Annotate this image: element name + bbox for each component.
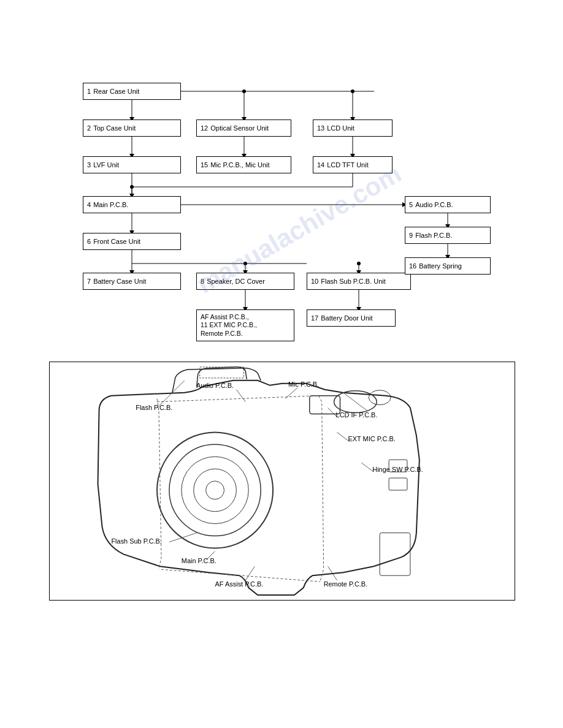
svg-point-5 <box>242 89 246 93</box>
svg-text:Hinge SW P.C.B.: Hinge SW P.C.B. <box>372 466 423 473</box>
svg-text:Main P.C.B.: Main P.C.B. <box>182 557 216 564</box>
box-label-17: Battery Door Unit <box>321 314 372 322</box>
box-num-17: 17 <box>311 314 318 322</box>
box-num-3: 3 <box>87 161 91 169</box>
svg-point-45 <box>157 432 273 548</box>
svg-line-67 <box>337 432 350 441</box>
box-label-6: Front Case Unit <box>93 238 140 245</box>
box-num-12: 12 <box>201 124 208 132</box>
flow-box-16: 16Battery Spring <box>405 257 491 275</box>
svg-point-20 <box>130 185 134 189</box>
flow-box-9: 9Flash P.C.B. <box>405 227 491 244</box>
flow-box-14: 14LCD TFT Unit <box>313 156 393 173</box>
box-label-9: Flash P.C.B. <box>415 232 452 239</box>
flow-diagram: 1Rear Case Unit2Top Case Unit3LVF Unit4M… <box>49 55 527 319</box>
flow-box-10: 10Flash Sub P.C.B. Unit <box>307 273 411 290</box>
box-label-8: Speaker, DC Cover <box>207 278 265 285</box>
flow-box-2: 2Top Case Unit <box>83 119 181 137</box>
flow-box-17: 17Battery Door Unit <box>307 309 396 327</box>
svg-line-69 <box>361 463 373 472</box>
camera-svg: Audio P.C.B. Flash P.C.B. Mic P.C.B. LCD… <box>50 362 515 600</box>
box-label-5: Audio P.C.B. <box>415 201 453 208</box>
svg-point-39 <box>357 262 361 265</box>
svg-point-46 <box>169 444 261 536</box>
box-label-11: AF Assist P.C.B.,11 EXT MIC P.C.B.,Remot… <box>201 313 257 338</box>
box-label-4: Main P.C.B. <box>93 201 128 208</box>
svg-text:Audio P.C.B.: Audio P.C.B. <box>196 382 234 389</box>
svg-text:LCD IF P.C.B.: LCD IF P.C.B. <box>336 411 378 419</box>
flow-box-1: 1Rear Case Unit <box>83 83 181 100</box>
flow-box-6: 6Front Case Unit <box>83 233 181 250</box>
svg-line-71 <box>169 533 197 542</box>
box-num-6: 6 <box>87 238 91 245</box>
svg-line-52 <box>343 393 367 411</box>
box-num-14: 14 <box>317 161 324 169</box>
camera-diagram: Audio P.C.B. Flash P.C.B. Mic P.C.B. LCD… <box>49 362 515 601</box>
svg-line-54 <box>157 396 319 402</box>
svg-text:Flash P.C.B.: Flash P.C.B. <box>136 404 172 411</box>
svg-point-8 <box>351 89 354 93</box>
flow-box-3: 3LVF Unit <box>83 156 181 173</box>
svg-rect-58 <box>389 478 407 490</box>
box-label-1: Rear Case Unit <box>93 88 139 95</box>
flow-box-11: AF Assist P.C.B.,11 EXT MIC P.C.B.,Remot… <box>196 309 294 341</box>
box-num-8: 8 <box>201 278 204 285</box>
box-num-2: 2 <box>87 124 91 132</box>
svg-point-49 <box>206 481 224 499</box>
flow-box-4: 4Main P.C.B. <box>83 196 181 213</box>
svg-text:Flash Sub P.C.B.: Flash Sub P.C.B. <box>111 537 161 545</box>
flow-box-15: 15Mic P.C.B., Mic Unit <box>196 156 291 173</box>
svg-point-51 <box>369 390 391 405</box>
box-label-12: Optical Sensor Unit <box>210 124 269 132</box>
svg-point-36 <box>243 262 247 265</box>
flow-box-12: 12Optical Sensor Unit <box>196 119 291 137</box>
box-num-7: 7 <box>87 278 91 285</box>
box-num-15: 15 <box>201 161 208 169</box>
svg-line-75 <box>245 566 255 580</box>
svg-line-63 <box>285 388 297 399</box>
box-num-5: 5 <box>409 201 413 208</box>
flow-box-8: 8Speaker, DC Cover <box>196 273 294 290</box>
box-label-16: Battery Spring <box>419 262 462 270</box>
flow-box-5: 5Audio P.C.B. <box>405 196 491 213</box>
box-label-3: LVF Unit <box>93 161 119 169</box>
svg-text:EXT MIC P.C.B.: EXT MIC P.C.B. <box>348 435 395 442</box>
box-num-9: 9 <box>409 232 413 239</box>
box-num-10: 10 <box>311 278 318 285</box>
box-num-4: 4 <box>87 201 91 208</box>
box-label-7: Battery Case Unit <box>93 278 146 285</box>
svg-text:Remote P.C.B.: Remote P.C.B. <box>324 580 368 588</box>
svg-point-47 <box>182 457 248 523</box>
svg-line-59 <box>236 390 245 402</box>
box-label-14: LCD TFT Unit <box>327 161 368 169</box>
flow-box-7: 7Battery Case Unit <box>83 273 181 290</box>
svg-text:AF Assist P.C.B.: AF Assist P.C.B. <box>215 580 264 588</box>
box-label-10: Flash Sub P.C.B. Unit <box>321 278 386 285</box>
box-label-15: Mic P.C.B., Mic Unit <box>210 161 269 169</box>
box-num-13: 13 <box>317 124 324 132</box>
box-label-2: Top Case Unit <box>93 124 136 132</box>
svg-point-48 <box>194 469 237 512</box>
box-num-16: 16 <box>409 262 416 270</box>
svg-text:Mic P.C.B.: Mic P.C.B. <box>288 381 319 388</box>
flow-box-13: 13LCD Unit <box>313 119 393 137</box>
box-num-1: 1 <box>87 88 91 95</box>
box-label-13: LCD Unit <box>327 124 354 132</box>
